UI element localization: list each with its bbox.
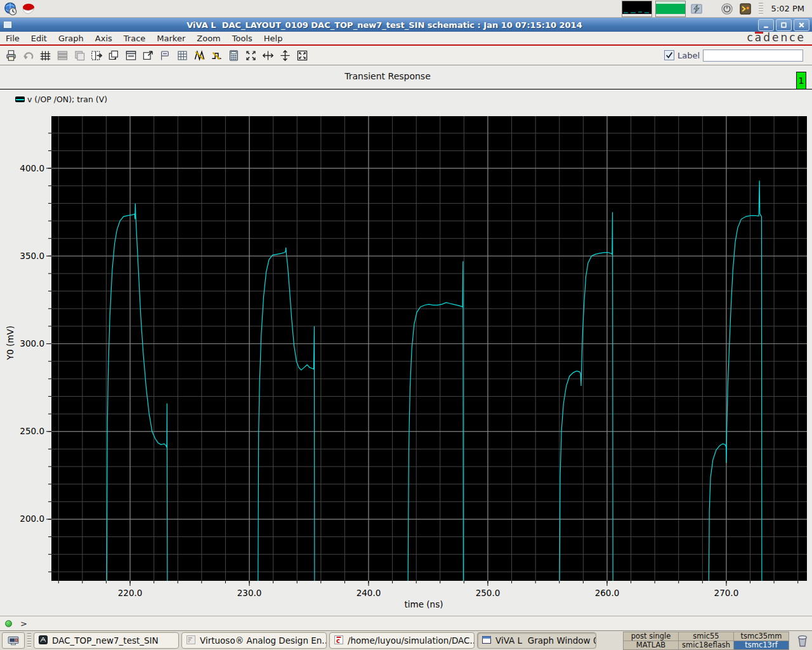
wave-edit-button[interactable] <box>208 47 225 63</box>
copy-window-button[interactable] <box>105 47 122 63</box>
power-icon[interactable] <box>719 1 735 17</box>
menu-bar: FileEditGraphAxisTraceMarkerZoomToolsHel… <box>0 32 812 44</box>
label-input[interactable] <box>703 50 803 62</box>
desktop: 5:02 PM ViVA L DAC_LAYOUT_0109 DAC_TOP_n… <box>0 0 812 650</box>
workspace-matlab[interactable]: MATLAB <box>624 641 678 649</box>
strips-button[interactable] <box>54 47 70 63</box>
workspace-tsmc13rf[interactable]: tsmc13rf <box>734 641 789 649</box>
undo-button[interactable] <box>20 47 36 63</box>
task-button[interactable]: DAC_TOP_new7_test_SIN <box>34 632 179 649</box>
graph-window-icon <box>481 635 492 647</box>
status-bar: > <box>0 616 812 630</box>
taskbar-handle[interactable] <box>27 633 31 648</box>
svg-text:200.0: 200.0 <box>20 514 44 524</box>
system-monitor-applet[interactable] <box>622 1 652 17</box>
task-button[interactable]: Virtuoso® Analog Design En... <box>181 632 327 649</box>
menu-tools[interactable]: Tools <box>232 34 252 43</box>
waveform-plot[interactable]: 220.0230.0240.0250.0260.0270.0400.0350.0… <box>0 116 812 616</box>
y-axis-label: Y0 (mV) <box>5 326 15 361</box>
task-button-label: DAC_TOP_new7_test_SIN <box>52 635 159 646</box>
svg-text:220.0: 220.0 <box>118 588 143 598</box>
label-checkbox-label: Label <box>678 51 700 60</box>
printer-button[interactable] <box>3 47 19 63</box>
split-window-button[interactable] <box>88 47 105 63</box>
fit-x-button[interactable] <box>259 47 276 63</box>
layers-button[interactable] <box>71 47 88 63</box>
status-led-icon <box>5 620 12 627</box>
x-axis-label: time (ns) <box>405 599 443 609</box>
menu-file[interactable]: File <box>6 34 20 43</box>
svg-text:270.0: 270.0 <box>714 588 739 598</box>
schematic-icon <box>38 635 48 647</box>
redhat-icon[interactable] <box>21 1 36 17</box>
ade-icon <box>186 635 196 647</box>
marker-button[interactable] <box>157 47 173 63</box>
trash-icon[interactable] <box>795 633 810 648</box>
menu-axis[interactable]: Axis <box>95 34 112 43</box>
table-button[interactable] <box>174 47 190 63</box>
legend-label: v (/OP /ON); tran (V) <box>27 95 107 104</box>
window-title: ViVA L DAC_LAYOUT_0109 DAC_TOP_new7_test… <box>13 20 756 30</box>
window-list-icon[interactable] <box>689 1 704 17</box>
menu-zoom[interactable]: Zoom <box>197 34 220 43</box>
svg-text:250.0: 250.0 <box>476 588 501 598</box>
menu-trace[interactable]: Trace <box>124 34 146 43</box>
workspace-smic18eflash[interactable]: smic18eflash <box>679 641 733 649</box>
memory-monitor-applet[interactable] <box>655 1 686 17</box>
legend[interactable]: v (/OP /ON); tran (V) <box>15 95 107 104</box>
graph-area: Transient Response 1 v (/OP /ON); tran (… <box>0 65 812 616</box>
window-titlebar[interactable]: ViVA L DAC_LAYOUT_0109 DAC_TOP_new7_test… <box>0 18 812 32</box>
export-window-button[interactable] <box>140 47 156 63</box>
task-button[interactable]: ViVA L Graph Window 0 <box>477 632 596 649</box>
page-badge: 1 <box>796 72 806 90</box>
svg-text:c: c <box>336 637 340 644</box>
task-button[interactable]: c/home/luyou/simulation/DAC... <box>329 632 475 649</box>
fit-y-button[interactable] <box>277 47 293 63</box>
window-menu-icon[interactable] <box>3 20 13 30</box>
toolbar: Label <box>0 46 812 65</box>
workspace-smic55[interactable]: smic55 <box>679 632 733 640</box>
task-button-label: Virtuoso® Analog Design En... <box>200 635 327 646</box>
desktop-top-panel: 5:02 PM <box>0 0 812 18</box>
grid-button[interactable] <box>37 47 53 63</box>
panel-clock[interactable]: 5:02 PM <box>771 4 804 13</box>
taskbar: DAC_TOP_new7_test_SINVirtuoso® Analog De… <box>0 630 812 650</box>
zoom-fit-button[interactable] <box>242 47 259 63</box>
globe-clock-icon[interactable] <box>3 1 18 17</box>
workspace-post-single[interactable]: post single <box>624 632 678 640</box>
maximize-button[interactable] <box>776 19 792 31</box>
command-prompt[interactable]: > <box>20 619 27 628</box>
svg-text:400.0: 400.0 <box>20 163 44 173</box>
svg-text:260.0: 260.0 <box>595 588 620 598</box>
legend-swatch-icon <box>15 96 25 102</box>
title-rule <box>0 89 812 90</box>
panel-launchers <box>3 1 36 17</box>
task-button-label: ViVA L Graph Window 0 <box>495 635 596 646</box>
hbar-window-button[interactable] <box>122 47 139 63</box>
menu-graph[interactable]: Graph <box>58 34 84 43</box>
svg-text:350.0: 350.0 <box>20 251 44 261</box>
svg-text:230.0: 230.0 <box>237 588 262 598</box>
wave-cut-button[interactable] <box>191 47 207 63</box>
fit-box-button[interactable] <box>294 47 310 63</box>
svg-text:250.0: 250.0 <box>20 426 44 436</box>
panel-applets: 5:02 PM <box>622 1 809 17</box>
svg-text:240.0: 240.0 <box>357 588 381 598</box>
show-desktop-button[interactable] <box>2 632 25 649</box>
label-checkbox[interactable] <box>664 50 674 60</box>
cadence-file-icon: c <box>334 635 344 647</box>
window-controls <box>756 19 809 31</box>
minimize-button[interactable] <box>758 19 774 31</box>
menu-marker[interactable]: Marker <box>157 34 185 43</box>
workspace-pager: post singlesmic55tsmc35mmMATLABsmic18efl… <box>623 632 789 650</box>
workspace-tsmc35mm[interactable]: tsmc35mm <box>734 632 789 640</box>
menu-edit[interactable]: Edit <box>31 34 47 43</box>
svg-text:300.0: 300.0 <box>20 338 44 348</box>
plot-title: Transient Response <box>0 71 775 81</box>
calculator-button[interactable] <box>225 47 242 63</box>
terminal-icon[interactable] <box>738 1 753 17</box>
menu-help[interactable]: Help <box>264 34 283 43</box>
panel-handle[interactable] <box>759 3 763 15</box>
task-button-label: /home/luyou/simulation/DAC... <box>348 635 475 646</box>
close-button[interactable] <box>794 19 809 31</box>
